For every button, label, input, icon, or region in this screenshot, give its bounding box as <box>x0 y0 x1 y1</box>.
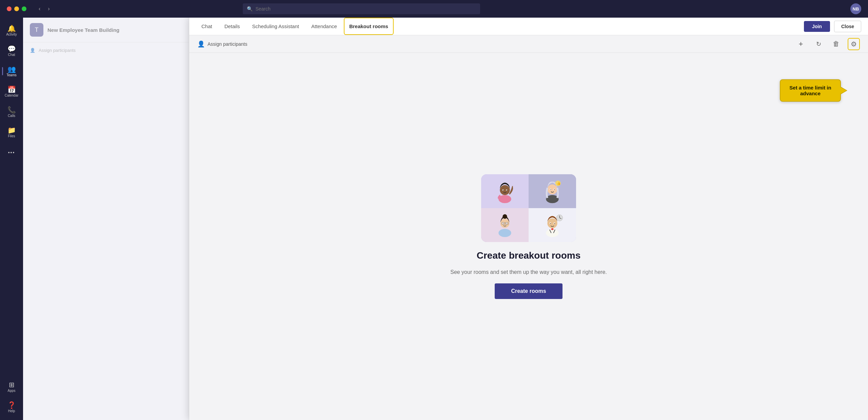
bg-left-panel: T New Employee Team Building 👤 Assign pa… <box>23 18 189 420</box>
maximize-window-button[interactable] <box>22 6 26 11</box>
svg-point-10 <box>550 189 551 190</box>
sidebar-label-chat: Chat <box>8 53 15 57</box>
svg-point-19 <box>503 223 504 224</box>
nav-arrows: ‹ › <box>36 4 53 13</box>
join-button[interactable]: Join <box>804 21 830 32</box>
apps-icon: ⊞ <box>9 381 15 388</box>
tab-scheduling-assistant[interactable]: Scheduling Assistant <box>247 18 304 35</box>
chat-icon: 💬 <box>7 45 16 52</box>
sidebar-label-activity: Activity <box>6 33 17 36</box>
sidebar-label-help: Help <box>8 409 15 413</box>
more-icon: ••• <box>8 150 15 155</box>
toolbar-row: 👤 Assign participants + ↻ 🗑 ⚙ <box>189 35 868 53</box>
sidebar-label-apps: Apps <box>8 389 16 393</box>
sidebar-item-files[interactable]: 📁 Files <box>2 123 21 142</box>
tooltip-arrow <box>840 87 846 94</box>
help-icon: ❓ <box>7 402 16 408</box>
assign-participants-icon: 👤 <box>197 40 205 48</box>
toolbar-right: + ↻ 🗑 ⚙ <box>795 38 860 50</box>
minimize-window-button[interactable] <box>14 6 19 11</box>
sidebar-item-chat[interactable]: 💬 Chat <box>2 41 21 60</box>
illus-person-4 <box>529 208 576 242</box>
close-window-button[interactable] <box>7 6 12 11</box>
title-bar: ‹ › 🔍 NB <box>0 0 868 18</box>
tab-chat[interactable]: Chat <box>196 18 218 35</box>
activity-icon: 🔔 <box>7 25 16 32</box>
tab-attendance[interactable]: Attendance <box>306 18 342 35</box>
title-bar-right: NB <box>850 3 861 14</box>
tab-bar-actions: Join Close <box>804 18 861 35</box>
tab-details[interactable]: Details <box>219 18 245 35</box>
tooltip-text: Set a time limit in advance <box>789 85 831 96</box>
svg-text:👍: 👍 <box>557 181 561 185</box>
search-bar[interactable]: 🔍 <box>243 3 480 14</box>
sidebar-label-calendar: Calendar <box>5 94 19 97</box>
create-rooms-button[interactable]: Create rooms <box>495 283 562 299</box>
tooltip-bubble: Set a time limit in advance <box>780 79 841 102</box>
bg-assign-participants: 👤 Assign participants <box>23 42 189 58</box>
close-event-button[interactable]: Close <box>834 21 861 32</box>
overlay-panel: Chat Details Scheduling Assistant Attend… <box>189 18 868 420</box>
tab-bar: Chat Details Scheduling Assistant Attend… <box>189 18 868 35</box>
bg-meeting-header: T New Employee Team Building <box>23 18 189 42</box>
refresh-button[interactable]: ↻ <box>812 38 825 50</box>
sidebar: 🔔 Activity 💬 Chat 👥 Teams 📅 Calendar 📞 C… <box>0 18 23 420</box>
illus-person-3 <box>481 208 529 242</box>
sidebar-item-teams[interactable]: 👥 Teams <box>2 62 21 81</box>
search-icon: 🔍 <box>247 6 253 12</box>
bg-meeting-title: New Employee Team Building <box>47 27 119 33</box>
settings-button[interactable]: ⚙ <box>848 38 860 50</box>
app-body: 🔔 Activity 💬 Chat 👥 Teams 📅 Calendar 📞 C… <box>0 18 868 420</box>
sidebar-item-calendar[interactable]: 📅 Calendar <box>2 82 21 101</box>
svg-point-5 <box>507 190 507 191</box>
svg-point-7 <box>547 184 557 194</box>
assign-participants-label: Assign participants <box>208 41 248 47</box>
assign-icon: 👤 <box>30 48 35 53</box>
illustration-grid: 👍 <box>481 174 576 242</box>
add-room-button[interactable]: + <box>795 38 807 50</box>
tab-breakout-rooms[interactable]: Breakout rooms <box>344 18 394 35</box>
svg-point-14 <box>498 229 511 237</box>
svg-point-28 <box>550 223 551 224</box>
back-button[interactable]: ‹ <box>36 4 43 13</box>
user-avatar[interactable]: NB <box>850 3 861 14</box>
svg-point-20 <box>507 223 507 224</box>
sidebar-item-calls[interactable]: 📞 Calls <box>2 102 21 121</box>
svg-point-29 <box>554 223 555 224</box>
delete-button[interactable]: 🗑 <box>830 38 842 50</box>
sidebar-label-files: Files <box>8 135 15 138</box>
main-breakout-content: 👍 <box>189 53 868 420</box>
search-input[interactable] <box>255 6 476 12</box>
sidebar-item-help[interactable]: ❓ Help <box>2 398 21 417</box>
svg-point-1 <box>500 185 510 195</box>
sidebar-label-calls: Calls <box>8 114 15 118</box>
svg-point-4 <box>503 190 504 191</box>
sidebar-item-apps[interactable]: ⊞ Apps <box>2 377 21 396</box>
panel-content: 👤 Assign participants + ↻ 🗑 ⚙ <box>189 35 868 420</box>
window-controls <box>7 6 26 11</box>
active-indicator <box>2 67 3 75</box>
sidebar-item-more[interactable]: ••• <box>2 143 21 162</box>
illus-person-1 <box>481 174 529 208</box>
sidebar-item-activity[interactable]: 🔔 Activity <box>2 21 21 40</box>
create-breakout-rooms-title: Create breakout rooms <box>477 250 581 261</box>
illus-person-2: 👍 <box>529 174 576 208</box>
bg-logo: T <box>30 23 43 37</box>
calendar-icon: 📅 <box>7 86 16 93</box>
tooltip-container: Set a time limit in advance <box>780 79 841 102</box>
calls-icon: 📞 <box>7 106 16 113</box>
teams-icon: 👥 <box>7 66 16 73</box>
content-area: T New Employee Team Building 👤 Assign pa… <box>23 18 868 420</box>
svg-point-6 <box>546 195 558 203</box>
svg-point-16 <box>502 214 507 219</box>
sidebar-label-teams: Teams <box>6 74 16 77</box>
files-icon: 📁 <box>7 127 16 134</box>
breakout-illustration: 👍 <box>481 174 576 242</box>
assign-participants-btn[interactable]: 👤 Assign participants <box>197 40 248 48</box>
forward-button[interactable]: › <box>45 4 52 13</box>
svg-point-11 <box>554 189 555 190</box>
create-breakout-rooms-subtitle: See your rooms and set them up the way y… <box>450 269 607 275</box>
